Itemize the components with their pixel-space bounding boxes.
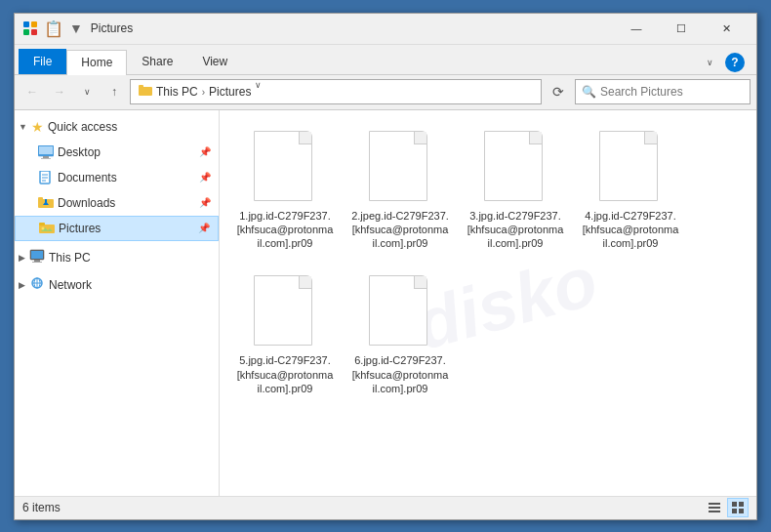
close-button[interactable]: ✕ — [704, 13, 749, 44]
file-page-3 — [484, 131, 543, 201]
file-name-1: 1.jpg.id-C279F237.[khfsuca@protonmail.co… — [236, 209, 334, 251]
svg-rect-35 — [732, 502, 737, 507]
view-controls — [704, 498, 749, 517]
forward-button[interactable]: → — [48, 80, 71, 103]
svg-rect-8 — [39, 146, 53, 154]
file-name-6: 6.jpg.id-C279F237.[khfsuca@protonmail.co… — [351, 353, 449, 395]
search-box[interactable]: 🔍 — [575, 79, 751, 104]
documents-pin: 📌 — [199, 172, 211, 183]
file-icon-3 — [484, 131, 547, 205]
maximize-button[interactable]: ☐ — [659, 13, 704, 44]
search-input[interactable] — [600, 85, 744, 99]
item-count: 6 items — [22, 501, 61, 514]
ribbon-expand-button[interactable]: ∨ — [698, 51, 721, 74]
svg-rect-38 — [739, 509, 744, 513]
sidebar-item-desktop[interactable]: Desktop 📌 — [15, 140, 219, 165]
quick-access-star-icon: ★ — [31, 119, 44, 135]
title-dropdown-arrow[interactable]: ▼ — [69, 20, 83, 36]
this-pc-chevron: ▶ — [19, 253, 25, 263]
svg-rect-33 — [709, 507, 720, 509]
svg-rect-10 — [41, 158, 51, 159]
sidebar-item-pictures[interactable]: Pictures 📌 — [15, 216, 219, 241]
search-icon: 🔍 — [582, 85, 596, 99]
sidebar: ▼ ★ Quick access Desktop 📌 — [15, 110, 220, 496]
quick-access-chevron: ▼ — [19, 122, 27, 132]
file-name-5: 5.jpg.id-C279F237.[khfsuca@protonmail.co… — [236, 353, 334, 395]
quick-access-icon1: 📋 — [44, 20, 63, 38]
file-item-2[interactable]: 2.jpeg.id-C279F237.[khfsuca@protonmail.c… — [346, 122, 454, 260]
explorer-window: 📋 ▼ Pictures — ☐ ✕ File Home Share View … — [14, 13, 757, 520]
this-pc-label: This PC — [49, 251, 91, 265]
ribbon: File Home Share View ∨ ? — [15, 45, 756, 75]
svg-rect-19 — [45, 199, 47, 202]
file-name-4: 4.jpg.id-C279F237.[khfsuca@protonmail.co… — [582, 209, 679, 251]
quick-access-header[interactable]: ▼ ★ Quick access — [15, 114, 219, 140]
title-bar-controls: — ☐ ✕ — [614, 13, 749, 44]
svg-point-23 — [42, 226, 45, 229]
file-item-3[interactable]: 3.jpg.id-C279F237.[khfsuca@protonmail.co… — [462, 122, 569, 260]
refresh-button[interactable]: ⟳ — [546, 79, 571, 104]
file-icon-5 — [254, 275, 316, 349]
window-icon — [22, 20, 38, 36]
svg-rect-36 — [739, 502, 744, 507]
documents-icon — [38, 170, 54, 185]
files-grid: 1.jpg.id-C279F237.[khfsuca@protonmail.co… — [231, 122, 745, 405]
svg-rect-27 — [32, 262, 42, 263]
address-dropdown-button[interactable]: ∨ — [75, 80, 99, 103]
back-button[interactable]: ← — [20, 80, 44, 103]
file-page-1 — [254, 131, 312, 201]
this-pc-icon — [29, 249, 45, 266]
sidebar-item-documents[interactable]: Documents 📌 — [15, 165, 219, 190]
file-item-5[interactable]: 5.jpg.id-C279F237.[khfsuca@protonmail.co… — [231, 266, 339, 404]
this-pc-header[interactable]: ▶ This PC — [15, 245, 219, 270]
file-icon-2 — [369, 131, 431, 205]
file-area: disko 1.jpg.id-C279F237.[khfsuca@protonm… — [220, 110, 756, 496]
svg-rect-20 — [39, 225, 55, 233]
path-dropdown[interactable]: ∨ — [255, 80, 270, 103]
up-button[interactable]: ↑ — [102, 80, 126, 103]
sidebar-item-downloads[interactable]: Downloads 📌 — [15, 190, 219, 216]
file-icon-6 — [369, 275, 431, 349]
svg-rect-25 — [31, 251, 43, 259]
address-path[interactable]: This PC › Pictures ∨ — [130, 79, 542, 104]
tab-share[interactable]: Share — [127, 49, 187, 74]
ribbon-tabs: File Home Share View ∨ ? — [15, 45, 756, 74]
path-this-pc[interactable]: This PC — [156, 85, 198, 99]
path-sep-1: › — [202, 87, 205, 98]
grid-view-button[interactable] — [727, 498, 749, 517]
file-page-5 — [254, 275, 312, 346]
downloads-label: Downloads — [58, 196, 195, 210]
file-item-4[interactable]: 4.jpg.id-C279F237.[khfsuca@protonmail.co… — [577, 122, 684, 260]
file-page-4 — [599, 131, 658, 201]
file-icon-1 — [254, 131, 316, 205]
file-item-6[interactable]: 6.jpg.id-C279F237.[khfsuca@protonmail.co… — [346, 266, 454, 404]
ribbon-help-button[interactable]: ? — [725, 53, 745, 72]
svg-rect-37 — [732, 509, 737, 513]
network-icon — [29, 276, 45, 293]
quick-access-label: Quick access — [48, 120, 117, 134]
downloads-pin: 📌 — [199, 197, 211, 208]
title-bar-icons: 📋 ▼ — [22, 20, 83, 38]
svg-rect-26 — [34, 260, 40, 262]
title-bar: 📋 ▼ Pictures — ☐ ✕ — [15, 14, 756, 45]
file-page-2 — [369, 131, 427, 201]
path-pictures[interactable]: Pictures — [209, 85, 251, 99]
path-icon — [139, 84, 152, 101]
tab-home[interactable]: Home — [66, 50, 127, 75]
file-item-1[interactable]: 1.jpg.id-C279F237.[khfsuca@protonmail.co… — [231, 122, 339, 260]
main-content: ▼ ★ Quick access Desktop 📌 — [15, 110, 756, 496]
list-view-button[interactable] — [704, 498, 725, 517]
network-header[interactable]: ▶ Network — [15, 272, 219, 298]
tab-file[interactable]: File — [19, 49, 66, 74]
svg-rect-21 — [39, 223, 45, 225]
desktop-pin: 📌 — [199, 146, 211, 157]
svg-rect-17 — [38, 197, 43, 200]
svg-rect-32 — [709, 503, 720, 505]
tab-view[interactable]: View — [187, 49, 242, 74]
address-bar: ← → ∨ ↑ This PC › Pictures ∨ ⟳ 🔍 — [15, 75, 756, 110]
pictures-label: Pictures — [59, 222, 194, 235]
svg-rect-0 — [23, 21, 29, 27]
file-page-6 — [369, 275, 427, 346]
svg-rect-1 — [31, 21, 37, 27]
minimize-button[interactable]: — — [614, 13, 659, 44]
